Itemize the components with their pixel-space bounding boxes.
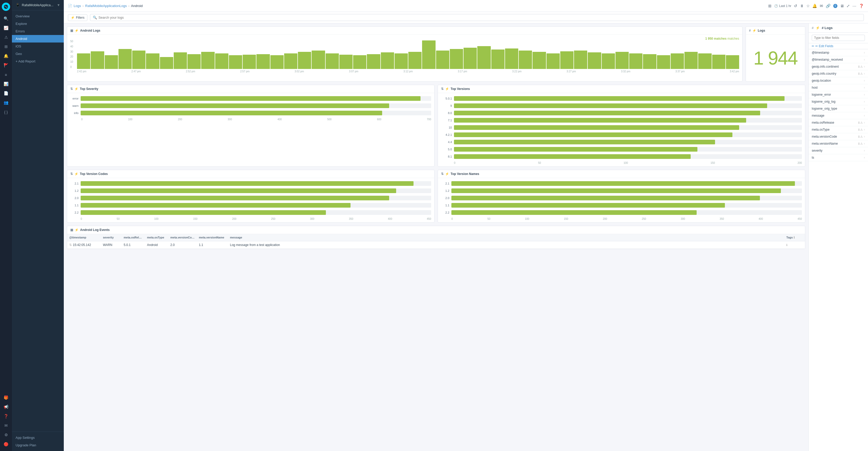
hbar-vc-12-fill — [81, 188, 396, 193]
sidebar-item-errors[interactable]: Errors — [12, 28, 64, 35]
nav-search-icon[interactable]: 🔍 — [2, 14, 10, 23]
field-ts-name: ts — [812, 156, 863, 159]
edit-fields-button[interactable]: ✏ ✏ Edit Fields — [809, 43, 868, 49]
nav-users-icon[interactable]: 👥 — [2, 98, 10, 107]
field-timestamp-received-name: @timestamp_received — [812, 58, 863, 61]
field-item-message[interactable]: message › — [809, 112, 868, 119]
field-item-meta-ostype[interactable]: meta.osType ℹ ⚠ › — [809, 126, 868, 133]
hbar-80-fill — [454, 111, 760, 115]
nav-code-icon[interactable]: { } — [2, 108, 10, 116]
field-item-meta-osrelease[interactable]: meta.osRelease ℹ ⚠ › — [809, 119, 868, 126]
field-filter-input[interactable] — [812, 35, 865, 41]
field-item-logsene-orig-type[interactable]: logsene_orig_type › — [809, 105, 868, 112]
hbar-vn-11-label: 1.1 — [441, 204, 449, 207]
sidebar-item-ios[interactable]: iOS — [12, 42, 64, 50]
sidebar-item-overview[interactable]: Overview — [12, 12, 64, 20]
bar-item — [574, 51, 587, 69]
sidebar-item-upgrade-plan[interactable]: Upgrade Plan — [12, 442, 64, 449]
monitor-icon[interactable]: 🖥 — [840, 4, 844, 8]
field-message-chevron: › — [864, 114, 865, 118]
field-item-host[interactable]: host › — [809, 84, 868, 91]
versions-x-axis: 050100150200 — [441, 161, 802, 164]
row-info-icon[interactable]: ℹ — [786, 244, 787, 247]
nav-speaker-icon[interactable]: 📢 — [2, 403, 10, 411]
pause-icon[interactable]: ⏸ — [800, 4, 804, 8]
nav-barchart-icon[interactable]: 📊 — [2, 80, 10, 88]
x-label: 2:42 pm — [77, 70, 86, 73]
field-item-logsene-error[interactable]: logsene_error › — [809, 91, 868, 98]
field-item-geoip-continent[interactable]: geoip.info.continent ℹ ⚠ › — [809, 63, 868, 70]
sidebar-item-app-settings[interactable]: App Settings — [12, 434, 64, 442]
sidebar-app-name: RafalMobileApplica... — [22, 3, 53, 7]
field-item-meta-versionname[interactable]: meta.versionName ℹ ⚠ › — [809, 140, 868, 147]
field-item-meta-versioncode[interactable]: meta.versionCode ℹ ⚠ › — [809, 133, 868, 140]
top-version-codes-header: ⇅ ⚡ Top Version Codes — [67, 170, 434, 178]
field-item-severity[interactable]: severity › — [809, 147, 868, 154]
sidebar-item-geo[interactable]: Geo — [12, 50, 64, 58]
hbar-vc-12: 1.2 — [70, 188, 431, 193]
cell-ostype: Android — [145, 241, 168, 249]
add-report-button[interactable]: + Add Report — [12, 58, 64, 65]
hbar-50-fill — [454, 147, 698, 152]
expand-icon[interactable]: ⤢ — [846, 4, 850, 8]
bar-item — [643, 54, 656, 69]
notification-badge[interactable]: 0 — [833, 4, 837, 8]
hbar-vn-12-track — [452, 188, 802, 193]
nav-mail-icon[interactable]: ✉ — [2, 421, 10, 430]
hbar-44-track — [454, 140, 802, 144]
search-input[interactable] — [98, 15, 861, 20]
hbar-vc-22-label: 2.2 — [70, 211, 79, 214]
sort-icon: ⇅ — [70, 87, 73, 91]
sidebar-item-android[interactable]: Android — [12, 35, 64, 42]
breadcrumb-rafal-link[interactable]: RafalMobileApplicationLogs — [85, 4, 127, 8]
cell-versioncode: 2.0 — [168, 241, 197, 249]
filter-button[interactable]: ⚡ Filters — [68, 14, 87, 21]
grid-icon[interactable]: ⊞ — [768, 4, 772, 8]
field-geoip-continent-icons: ℹ ⚠ — [859, 65, 863, 68]
link-icon[interactable]: 🔗 — [826, 4, 831, 8]
bar-item — [464, 48, 477, 69]
bar-item — [505, 49, 518, 69]
nav-activity-icon[interactable]: 📈 — [2, 24, 10, 32]
nav-layers-icon[interactable]: ≡ — [2, 70, 10, 79]
app-logo[interactable] — [2, 3, 10, 11]
hbar-9-label: 9 — [441, 104, 452, 107]
nav-flag-icon[interactable]: 🚩 — [2, 61, 10, 69]
more-icon[interactable]: ⋯ — [852, 4, 856, 8]
field-item-geoip-location[interactable]: geoip.location › — [809, 77, 868, 84]
mail-icon[interactable]: ✉ — [820, 4, 823, 8]
x-label: 2:47 pm — [131, 70, 141, 73]
tags-info-icon[interactable]: ℹ — [794, 236, 795, 239]
bar-item — [684, 52, 698, 69]
star-icon[interactable]: ☆ — [806, 4, 810, 8]
nav-grid-icon[interactable]: ⊞ — [2, 42, 10, 51]
sidebar-chevron-icon: ▼ — [57, 3, 60, 7]
bar-item — [657, 55, 670, 69]
refresh-icon[interactable]: ↺ — [794, 4, 797, 8]
field-item-timestamp[interactable]: @timestamp › — [809, 49, 868, 56]
breadcrumb-logs-link[interactable]: Logs — [74, 4, 81, 8]
bar-item — [381, 52, 394, 69]
nav-alert-icon[interactable]: ⚠ — [2, 33, 10, 41]
field-item-ts[interactable]: ts › — [809, 154, 868, 161]
nav-help-icon[interactable]: ❓ — [2, 412, 10, 420]
help-icon[interactable]: ❓ — [859, 4, 864, 8]
nav-alert-circle-icon[interactable]: 🔴 — [2, 440, 10, 448]
nav-gift-icon[interactable]: 🎁 — [2, 393, 10, 402]
expand-row-icon[interactable]: ⇅ — [69, 243, 72, 247]
field-item-timestamp-received[interactable]: @timestamp_received › — [809, 56, 868, 63]
sidebar-header[interactable]: 📱 RafalMobileApplica... ▼ — [12, 0, 64, 10]
bell-icon[interactable]: 🔔 — [812, 4, 817, 8]
sidebar-item-explore[interactable]: Explore — [12, 20, 64, 28]
nav-logs-icon[interactable]: 📄 — [2, 89, 10, 97]
bar-item — [105, 55, 118, 69]
field-item-logsene-orig-log[interactable]: logsene_orig_log › — [809, 98, 868, 105]
field-item-geoip-country[interactable]: geoip.info.country ℹ ⚠ › — [809, 70, 868, 77]
field-logsene-orig-type-name: logsene_orig_type — [812, 107, 863, 110]
bar-item — [616, 52, 629, 69]
nav-settings-icon[interactable]: ⚙ — [2, 431, 10, 439]
right-panel-filter — [809, 33, 868, 43]
funnel-icon7: ⚡ — [75, 228, 79, 232]
hbar-80-track — [454, 111, 802, 115]
nav-bell-icon[interactable]: 🔔 — [2, 52, 10, 60]
